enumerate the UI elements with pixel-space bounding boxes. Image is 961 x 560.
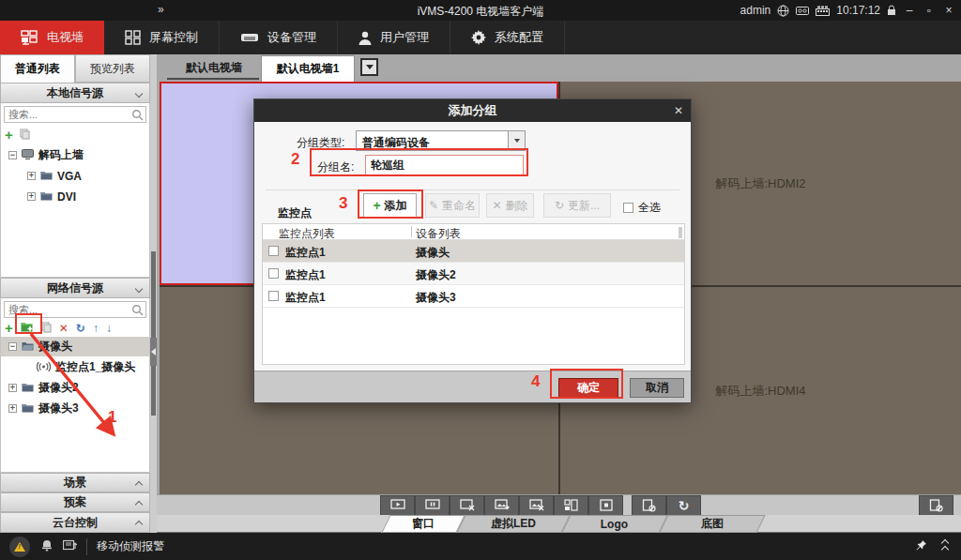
tree-item-camera3[interactable]: + 摄像头3 [1, 399, 149, 418]
move-up-icon[interactable]: ↑ [93, 322, 99, 335]
export-config-button[interactable] [919, 495, 953, 516]
expand-plus-icon[interactable]: + [27, 192, 36, 201]
nav-tab-tv-wall[interactable]: 电视墙 [0, 21, 104, 54]
alarm-bell-icon[interactable] [41, 539, 53, 554]
copy-icon[interactable] [41, 322, 52, 336]
close-button[interactable]: × [942, 4, 955, 17]
column-divider [411, 226, 412, 237]
panel-header-local-signal[interactable]: 本地信号源 [0, 83, 150, 103]
lock-icon[interactable] [887, 5, 896, 16]
panel-header-scene[interactable]: 场景 [0, 473, 150, 492]
cell-monitor-point: 监控点1 [285, 245, 326, 261]
expand-plus-icon[interactable]: + [8, 404, 17, 413]
nav-tab-user-management[interactable]: 用户管理 [338, 21, 450, 54]
panel-header-plan[interactable]: 预案 [0, 492, 150, 512]
table-row[interactable]: 监控点1 摄像头2 [263, 263, 684, 285]
alarm-warning-button[interactable] [9, 537, 30, 557]
row-checkbox[interactable] [268, 291, 279, 301]
collapse-minus-icon[interactable]: − [8, 151, 17, 159]
tree-item-camera-group[interactable]: − 摄像头 [1, 337, 149, 356]
cell-monitor-point: 监控点1 [285, 267, 326, 283]
add-monitor-button[interactable]: + 添加 [363, 193, 417, 218]
open-window-button[interactable] [380, 495, 415, 516]
delete-x-icon[interactable]: ✕ [59, 322, 69, 335]
panel-title: 场景 [64, 475, 86, 491]
close-image-button[interactable] [519, 495, 554, 516]
search-icon[interactable] [131, 304, 144, 319]
dropdown-arrow-icon [366, 65, 374, 69]
select-all-checkbox[interactable] [623, 203, 633, 213]
delete-button[interactable]: ✕删除 [486, 193, 534, 218]
panel-header-ptz-control[interactable]: 云台控制 [0, 512, 150, 533]
stop-decoding-button[interactable] [632, 495, 666, 516]
collapse-minus-icon[interactable]: − [8, 342, 17, 351]
group-name-input[interactable] [365, 155, 524, 175]
open-image-button[interactable] [484, 495, 519, 516]
table-scrollbar-thumb[interactable] [679, 227, 682, 238]
tab-preview-list[interactable]: 预览列表 [75, 54, 150, 83]
row-checkbox[interactable] [268, 268, 279, 279]
table-row[interactable]: 监控点1 摄像头3 [263, 285, 684, 308]
wall-tab-default1[interactable]: 默认电视墙1 [261, 55, 355, 82]
move-down-icon[interactable]: ↓ [106, 322, 112, 335]
button-label: 更新... [568, 198, 600, 214]
search-icon[interactable] [131, 109, 144, 124]
wall-tab-default[interactable]: 默认电视墙 [172, 60, 256, 77]
tree-item-monitor-point[interactable]: 监控点1_摄像头 [1, 357, 149, 377]
tree-item-dvi[interactable]: + DVI [1, 187, 149, 206]
expand-plus-icon[interactable]: + [8, 384, 17, 392]
sidebar-tabs: 普通列表 预览列表 [0, 54, 150, 83]
rename-button[interactable]: ✎重命名 [425, 193, 480, 218]
row-checkbox[interactable] [268, 246, 279, 256]
cancel-button[interactable]: 取消 [630, 378, 684, 398]
tree-item-vga[interactable]: + VGA [1, 166, 149, 186]
group-type-select[interactable]: 普通编码设备 [356, 130, 526, 151]
tab-normal-list[interactable]: 普通列表 [0, 54, 75, 83]
tab-logo[interactable]: Logo [561, 515, 667, 533]
tree-item-label: 监控点1_摄像头 [55, 359, 135, 375]
panel-header-network-signal[interactable]: 网络信号源 [0, 278, 150, 298]
keyboard-icon [816, 6, 830, 16]
nav-tab-system-config[interactable]: 系统配置 [450, 21, 565, 54]
minimize-button[interactable]: – [903, 4, 916, 17]
tab-virtual-led[interactable]: 虚拟LED [456, 515, 570, 533]
add-icon[interactable]: + [5, 129, 13, 142]
expand-plus-icon[interactable]: + [27, 172, 36, 180]
refresh-icon[interactable]: ↻ [76, 322, 85, 335]
add-icon[interactable]: + [5, 322, 13, 335]
tree-item-label: 摄像头3 [38, 401, 79, 416]
email-export-icon[interactable] [63, 539, 77, 553]
tab-base-map[interactable]: 底图 [659, 515, 765, 533]
pin-icon[interactable] [916, 539, 927, 554]
wall-cell-label: 解码上墙:HDMI2 [715, 175, 805, 192]
fit-screen-button[interactable] [588, 495, 623, 516]
copy-icon[interactable] [20, 129, 30, 143]
nav-tab-screen-control[interactable]: 屏幕控制 [104, 21, 220, 54]
ok-button[interactable]: 确定 [558, 378, 618, 398]
scrollbar-thumb[interactable] [151, 251, 156, 416]
table-row[interactable]: 监控点1 摄像头 [263, 240, 684, 263]
nav-tab-device-management[interactable]: 设备管理 [220, 21, 338, 54]
local-search-input[interactable] [5, 107, 130, 122]
close-window-button[interactable] [450, 495, 484, 516]
pause-window-button[interactable] [415, 495, 450, 516]
combo-dropdown-button[interactable] [508, 131, 525, 150]
wall-tab-dropdown-button[interactable] [360, 58, 378, 76]
sidebar-scrollbar[interactable] [150, 54, 157, 533]
cell-monitor-point: 监控点1 [285, 290, 326, 306]
dialog-close-icon[interactable]: ✕ [674, 104, 683, 117]
maximize-button[interactable]: ▫ [923, 4, 936, 17]
chevron-up-icon [135, 501, 143, 508]
tab-window[interactable]: 窗口 [381, 515, 465, 533]
tree-item-decode-wall[interactable]: − 解码上墙 [1, 145, 149, 165]
sidebar-collapse-handle[interactable] [150, 338, 157, 366]
add-group-folder-icon[interactable] [21, 321, 34, 336]
collapse-statusbar-icon[interactable] [942, 540, 948, 552]
tree-item-label: 解码上墙 [38, 147, 84, 163]
layout-grid-button[interactable] [554, 495, 588, 516]
network-search-input[interactable] [5, 302, 130, 317]
update-button[interactable]: ↻更新... [543, 193, 611, 218]
network-signal-panel: + ✕ ↻ ↑ ↓ − 摄像头 监控点1_摄像头 + 摄像头2 + 摄像头3 [0, 298, 150, 473]
tree-item-camera2[interactable]: + 摄像头2 [1, 378, 149, 398]
refresh-wall-button[interactable]: ↻ [666, 495, 701, 516]
